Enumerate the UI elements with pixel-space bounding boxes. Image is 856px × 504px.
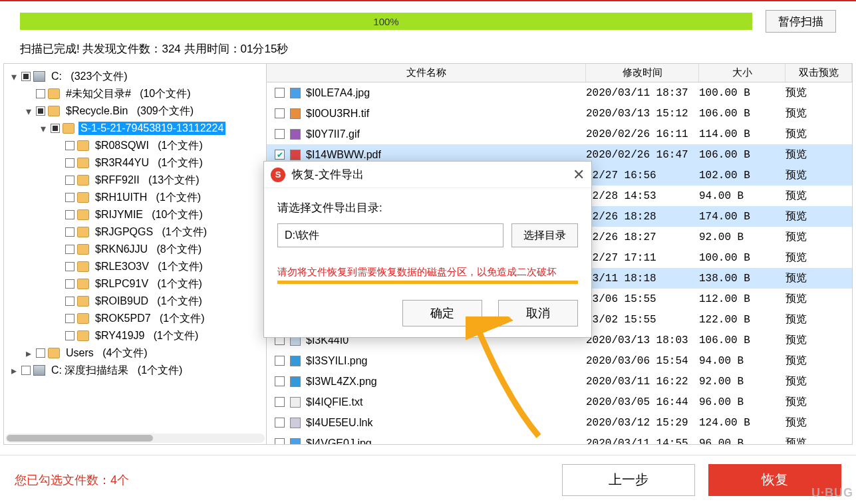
preview-link[interactable]: 预览	[785, 271, 852, 285]
row-checkbox[interactable]	[275, 418, 285, 428]
tree-item[interactable]: $RY419J9 (1个文件)	[93, 328, 200, 344]
tree-checkbox[interactable]	[65, 314, 74, 323]
tree-item-sid-selected[interactable]: S-1-5-21-79453819-13112224	[78, 122, 225, 135]
folder-tree[interactable]: ▾ C: (323个文件) #未知父目录# (10个文件) ▾ $Recycle…	[4, 64, 267, 444]
preview-link[interactable]: 预览	[785, 209, 852, 223]
row-checkbox[interactable]	[275, 376, 285, 386]
row-checkbox[interactable]	[275, 129, 285, 139]
tree-checkbox[interactable]	[36, 106, 45, 116]
tree-item-deep-scan[interactable]: C: 深度扫描结果 (1个文件)	[49, 363, 184, 378]
folder-icon	[48, 88, 60, 99]
preview-link[interactable]: 预览	[785, 189, 852, 203]
preview-link[interactable]: 预览	[785, 86, 852, 100]
preview-link[interactable]: 预览	[785, 168, 852, 182]
export-path-input[interactable]	[277, 223, 503, 247]
tree-checkbox[interactable]	[21, 72, 31, 81]
row-checkbox[interactable]	[275, 438, 285, 444]
preview-link[interactable]: 预览	[785, 106, 852, 120]
tree-checkbox[interactable]	[36, 348, 45, 358]
file-name: $I3WL4ZX.png	[306, 376, 377, 388]
tree-item[interactable]: $ROIB9UD (1个文件)	[93, 294, 204, 309]
tree-item[interactable]: $R08SQWI (1个文件)	[93, 138, 205, 154]
table-row[interactable]: $I3WL4ZX.png2020/03/11 16:2292.00 B预览	[267, 371, 852, 392]
preview-link[interactable]: 预览	[785, 313, 852, 326]
tree-checkbox[interactable]	[65, 193, 74, 202]
row-checkbox[interactable]	[275, 108, 285, 118]
folder-icon	[77, 140, 89, 151]
dialog-title: 恢复-文件导出	[292, 167, 364, 182]
file-size: 138.00 B	[699, 273, 785, 285]
tree-item[interactable]: $RLE3O3V (1个文件)	[93, 259, 205, 275]
tree-item[interactable]: $RH1UITH (1个文件)	[93, 190, 203, 205]
table-row[interactable]: $I4IQFIE.txt2020/03/05 16:4496.00 B预览	[267, 392, 852, 412]
preview-link[interactable]: 预览	[785, 230, 852, 244]
caret-icon[interactable]: ▸	[24, 347, 33, 360]
table-row[interactable]: $I4VGE0J.jpg2020/03/11 14:5596.00 B预览	[267, 433, 852, 444]
tree-checkbox[interactable]	[65, 227, 74, 237]
tree-checkbox[interactable]	[21, 366, 31, 375]
watermark-text: U·BUG	[811, 486, 853, 500]
preview-link[interactable]: 预览	[785, 436, 852, 444]
cancel-button[interactable]: 取消	[498, 300, 578, 326]
row-checkbox[interactable]	[275, 356, 285, 366]
caret-icon[interactable]: ▾	[24, 105, 33, 118]
tree-item-recycle-bin[interactable]: $Recycle.Bin (309个文件)	[64, 104, 196, 119]
tree-item[interactable]: $RJGPQGS (1个文件)	[93, 225, 209, 240]
previous-step-button[interactable]: 上一步	[562, 464, 695, 496]
folder-icon	[48, 106, 60, 116]
col-size[interactable]: 大小	[699, 64, 785, 82]
tree-item[interactable]: $R3R44YU (1个文件)	[93, 156, 205, 171]
tree-item-c-drive[interactable]: C: (323个文件)	[49, 69, 130, 84]
tree-checkbox[interactable]	[65, 245, 74, 254]
file-size: 94.00 B	[699, 190, 785, 202]
preview-link[interactable]: 预览	[785, 251, 852, 265]
pause-scan-button[interactable]: 暂停扫描	[766, 10, 836, 33]
preview-link[interactable]: 预览	[785, 148, 852, 162]
tree-item[interactable]: $RLPC91V (1个文件)	[93, 277, 204, 292]
preview-link[interactable]: 预览	[785, 333, 852, 347]
row-checkbox[interactable]	[275, 397, 285, 407]
tree-checkbox[interactable]	[65, 210, 74, 219]
tree-checkbox[interactable]	[65, 158, 74, 168]
tree-checkbox[interactable]	[65, 331, 74, 340]
table-row[interactable]: $I4UE5EU.lnk2020/03/12 15:29124.00 B预览	[267, 412, 852, 433]
col-preview[interactable]: 双击预览	[785, 64, 852, 82]
tree-checkbox[interactable]	[65, 176, 74, 185]
col-mtime[interactable]: 修改时间	[586, 64, 699, 82]
tree-item[interactable]: $RKN6JJU (8个文件)	[93, 242, 204, 257]
preview-link[interactable]: 预览	[785, 395, 852, 409]
preview-link[interactable]: 预览	[785, 416, 852, 430]
tree-item[interactable]: $ROK5PD7 (1个文件)	[93, 311, 206, 326]
caret-icon[interactable]: ▸	[9, 364, 19, 377]
tree-item-unknown-parent[interactable]: #未知父目录# (10个文件)	[64, 86, 193, 102]
file-type-icon	[290, 150, 301, 160]
tree-checkbox[interactable]	[51, 124, 60, 133]
file-name: $I4VGE0J.jpg	[306, 438, 372, 445]
preview-link[interactable]: 预览	[785, 374, 852, 388]
tree-item-users[interactable]: Users (4个文件)	[64, 346, 150, 361]
close-icon[interactable]: ✕	[573, 166, 585, 184]
table-row[interactable]: $I0LE7A4.jpg2020/03/11 18:37100.00 B预览	[267, 82, 852, 103]
preview-link[interactable]: 预览	[785, 292, 852, 306]
col-filename[interactable]: 文件名称	[267, 64, 586, 82]
tree-checkbox[interactable]	[65, 279, 74, 289]
table-row[interactable]: $I0Y7II7.gif2020/02/26 16:11114.00 B预览	[267, 124, 852, 144]
preview-link[interactable]: 预览	[785, 354, 852, 368]
tree-checkbox[interactable]	[65, 297, 74, 306]
table-row[interactable]: $I0OU3RH.tif2020/03/13 15:12106.00 B预览	[267, 103, 852, 124]
row-checkbox[interactable]	[275, 150, 285, 160]
caret-icon[interactable]: ▾	[9, 70, 19, 83]
ok-button[interactable]: 确定	[402, 300, 482, 326]
tree-item[interactable]: $RFF92II (13个文件)	[93, 173, 201, 188]
horizontal-scrollbar[interactable]	[5, 434, 265, 443]
caret-icon[interactable]: ▾	[39, 122, 48, 135]
table-row[interactable]: $I3SYILI.png2020/03/06 15:5494.00 B预览	[267, 350, 852, 371]
preview-link[interactable]: 预览	[785, 127, 852, 141]
row-checkbox[interactable]	[275, 88, 285, 98]
browse-button[interactable]: 选择目录	[511, 223, 578, 247]
tree-item[interactable]: $RIJYMIE (10个文件)	[93, 207, 205, 223]
tree-checkbox[interactable]	[65, 141, 74, 150]
tree-checkbox[interactable]	[65, 262, 74, 271]
tree-checkbox[interactable]	[36, 89, 45, 98]
file-name: $I3SYILI.png	[306, 355, 368, 367]
